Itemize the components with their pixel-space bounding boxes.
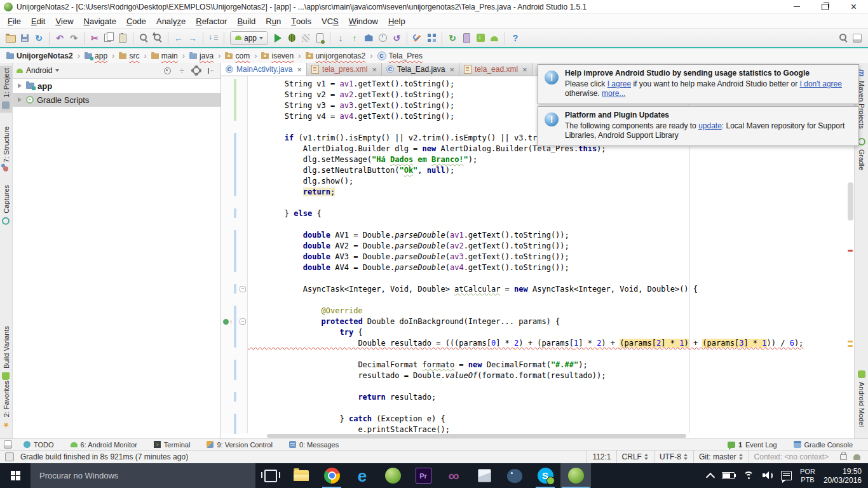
breadcrumb-app[interactable]: app <box>85 51 107 60</box>
code-line[interactable]: return resultado; <box>248 392 846 403</box>
status-utf-8[interactable]: UTF-8 <box>654 451 693 463</box>
minimize-button[interactable] <box>782 0 811 14</box>
link-i-don-t-agree[interactable]: I don't agree <box>800 79 842 88</box>
download-sources-icon[interactable] <box>207 30 220 46</box>
tool-button-terminal[interactable]: >Terminal <box>154 441 191 449</box>
redo-icon[interactable]: ↷ <box>67 30 81 46</box>
link-i-agree[interactable]: I agree <box>607 79 631 88</box>
breadcrumb-java[interactable]: java <box>189 51 214 60</box>
menu-navigate[interactable]: Navigate <box>79 14 121 28</box>
code-line[interactable]: } catch (Exception e) { <box>248 414 846 424</box>
code-line[interactable]: Double resultado = (((params[0] * 2) + (… <box>248 338 846 349</box>
breadcrumb-tela-pres[interactable]: CTela_Pres <box>377 51 423 60</box>
edge-button[interactable]: e <box>347 463 377 488</box>
toolwindow-toggle-icon[interactable] <box>5 452 14 461</box>
sdk-manager-icon[interactable] <box>473 30 487 46</box>
menu-view[interactable]: View <box>50 14 78 28</box>
breadcrumb-src[interactable]: src <box>119 51 139 60</box>
code-line[interactable]: DecimalFormat formato = new DecimalForma… <box>248 360 846 370</box>
skype-button[interactable]: S <box>530 463 560 488</box>
hector-inspections-icon[interactable] <box>853 454 860 460</box>
premiere-button[interactable]: Pr <box>408 463 438 488</box>
avd-manager-icon[interactable] <box>459 30 473 46</box>
local-history-icon[interactable] <box>376 30 390 46</box>
android-device-monitor-icon[interactable] <box>487 30 501 46</box>
tray-expand-icon[interactable] <box>706 472 715 481</box>
split-button[interactable]: ÷ <box>176 65 187 76</box>
code-line[interactable]: protected Double doInBackground(Integer.… <box>248 316 846 327</box>
breadcrumb-iseven[interactable]: iseven <box>261 51 294 60</box>
settings-icon[interactable] <box>410 30 424 46</box>
status-context-no-context[interactable]: Context: <no context> <box>749 451 834 463</box>
code-line[interactable] <box>248 381 846 392</box>
clock[interactable]: 19:50 20/03/2016 <box>824 467 862 485</box>
override-marker-icon[interactable]: ↑ <box>223 318 233 325</box>
project-view-selector[interactable]: Android <box>26 66 52 75</box>
tool-button-event-log[interactable]: 1Event Log <box>728 441 777 449</box>
coverage-icon[interactable] <box>299 30 313 46</box>
menu-file[interactable]: File <box>3 14 26 28</box>
breadcrumb-unijorgenotas2[interactable]: UnijorgeNotas2 <box>6 51 73 60</box>
find-icon[interactable] <box>137 30 151 46</box>
project-structure-icon[interactable] <box>424 30 438 46</box>
vertical-scrollbar-thumb[interactable] <box>848 182 853 220</box>
tool-button-version-control[interactable]: 9: Version Control <box>207 441 272 449</box>
locate-file-button[interactable] <box>161 65 173 76</box>
menu-run[interactable]: Run <box>261 14 286 28</box>
code-line[interactable]: double AV3 = Double.parseDouble(av3.getT… <box>248 252 846 262</box>
copy-icon[interactable] <box>102 30 116 46</box>
code-line[interactable]: double AV1 = Double.parseDouble(av1.getT… <box>248 230 846 241</box>
code-line[interactable] <box>248 295 846 306</box>
tree-item-gradle-scripts[interactable]: Gradle Scripts <box>13 93 220 107</box>
code-line[interactable] <box>248 273 846 284</box>
menu-build[interactable]: Build <box>232 14 261 28</box>
rollback-icon[interactable]: ↺ <box>390 30 403 46</box>
file-explorer-button[interactable] <box>286 463 316 488</box>
menu-window[interactable]: Window <box>344 14 383 28</box>
link-update[interactable]: update <box>698 121 722 130</box>
chevron-right-icon[interactable] <box>18 83 22 88</box>
status-git-master[interactable]: Git: master <box>693 451 749 463</box>
breadcrumb-com[interactable]: com <box>225 51 250 60</box>
status-112-1[interactable]: 112:1 <box>587 451 616 463</box>
code-line[interactable] <box>248 403 846 414</box>
save-all-icon[interactable] <box>18 30 32 46</box>
code-line[interactable]: AsyncTask<Integer, Void, Double> atCalcu… <box>248 284 846 295</box>
fold-marker-icon[interactable] <box>240 286 246 292</box>
error-stripe-mark[interactable] <box>848 345 853 347</box>
visual-studio-button[interactable]: ∞ <box>438 463 469 488</box>
code-line[interactable] <box>248 349 846 360</box>
code-line[interactable]: double AV4 = Double.parseDouble(av4.getT… <box>248 262 846 273</box>
taskbar-search-input[interactable]: Procurar no Windows <box>31 463 255 488</box>
horizontal-scrollbar[interactable] <box>248 433 846 438</box>
menu-tools[interactable]: Tools <box>286 14 316 28</box>
start-button[interactable] <box>0 463 31 488</box>
close-icon[interactable]: × <box>372 65 377 74</box>
tree-item-app[interactable]: app <box>13 79 220 93</box>
menu-analyze[interactable]: Analyze <box>151 14 191 28</box>
action-center-icon[interactable] <box>781 471 792 480</box>
menu-vcs[interactable]: VCS <box>316 14 344 28</box>
android-studio-launcher-button[interactable] <box>377 463 408 488</box>
tool-button-structure[interactable]: 7: Structure <box>0 124 12 175</box>
status-crlf[interactable]: CRLF <box>616 451 654 463</box>
toolbar-toggle-icon[interactable] <box>850 30 864 46</box>
close-icon[interactable]: × <box>522 65 527 74</box>
volume-icon[interactable] <box>763 471 773 480</box>
tab-tela-ead-java[interactable]: CTela_Ead.java× <box>382 63 459 76</box>
postgresql-button[interactable] <box>499 463 530 488</box>
cut-icon[interactable]: ✂ <box>88 30 102 46</box>
tool-button-favorites[interactable]: ★2: Favorites <box>0 378 12 433</box>
paste-icon[interactable] <box>116 30 130 46</box>
breadcrumb-unijorgenotas2[interactable]: unijorgenotas2 <box>306 51 366 60</box>
menu-help[interactable]: Help <box>383 14 410 28</box>
code-line[interactable]: dlg.setMessage("Há Dados em Branco!"); <box>248 154 846 165</box>
tool-button-project[interactable]: 1: Project <box>0 65 12 112</box>
close-icon[interactable]: × <box>297 65 302 74</box>
synchronize-icon[interactable]: ↻ <box>32 30 46 46</box>
code-line[interactable]: dlg.show(); <box>248 176 846 187</box>
code-line[interactable] <box>248 219 846 230</box>
tool-button-messages[interactable]: 0: Messages <box>289 441 339 449</box>
tab-tela-pres-xml[interactable]: tela_pres.xml× <box>307 63 382 76</box>
close-button[interactable]: × <box>839 0 868 14</box>
